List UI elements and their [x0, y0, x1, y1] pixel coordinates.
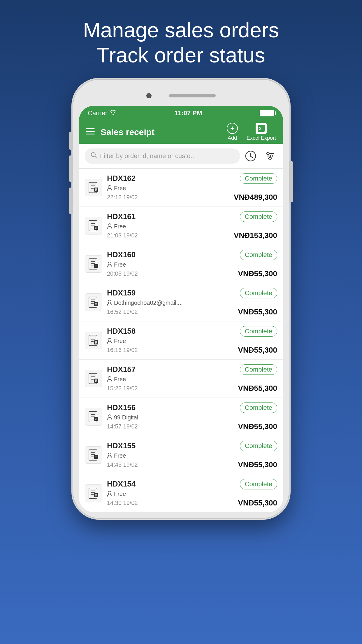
svg-text:X: X — [259, 126, 262, 131]
status-badge: Complete — [240, 288, 277, 298]
svg-point-15 — [269, 158, 271, 160]
order-customer: Free — [107, 185, 277, 192]
svg-point-60 — [108, 338, 111, 341]
order-time: 21:03 19/02 — [107, 232, 138, 239]
excel-export-button[interactable]: X Excel Export — [247, 123, 276, 141]
order-id: HDX161 — [107, 212, 136, 221]
order-customer: Free — [107, 491, 277, 497]
search-filter-icons — [243, 149, 277, 163]
customer-icon — [107, 223, 112, 229]
order-item[interactable]: HDX162 Complete Free 22:12 19/02 VNĐ489,… — [79, 169, 283, 207]
order-info: HDX162 Complete Free 22:12 19/02 VNĐ489,… — [107, 173, 277, 202]
order-customer: Free — [107, 261, 277, 268]
filter-icon[interactable] — [263, 149, 277, 163]
order-doc-icon — [85, 370, 102, 387]
order-item[interactable]: HDX158 Complete Free 16:16 19/02 VNĐ55,3… — [79, 321, 283, 360]
header-actions: + Add X Excel Export — [227, 123, 276, 141]
order-customer: Free — [107, 452, 277, 459]
order-id: HDX158 — [107, 327, 136, 336]
customer-icon — [107, 491, 112, 497]
order-time: 14:30 19/02 — [107, 500, 138, 506]
order-id-row: HDX155 Complete — [107, 441, 277, 451]
order-id: HDX154 — [107, 480, 136, 489]
front-camera — [146, 93, 152, 98]
order-time: 20:05 19/02 — [107, 270, 138, 277]
order-info: HDX157 Complete Free 15:22 19/02 VNĐ55,3… — [107, 364, 277, 393]
order-meta-row: 22:12 19/02 VNĐ489,300 — [107, 193, 277, 202]
order-item[interactable]: HDX155 Complete Free 14:43 19/02 VNĐ55,3… — [79, 436, 283, 474]
order-doc-icon — [85, 484, 102, 502]
customer-icon — [107, 338, 112, 344]
status-badge: Complete — [240, 211, 277, 222]
order-customer: Free — [107, 376, 277, 383]
status-badge: Complete — [240, 250, 277, 260]
order-id: HDX155 — [107, 441, 136, 450]
order-doc-icon — [85, 293, 102, 311]
search-bar: Filter by order id, name or custo... — [79, 144, 283, 169]
hero-line1: Manage sales orders — [83, 18, 279, 42]
order-time: 15:22 19/02 — [107, 385, 138, 392]
order-item[interactable]: HDX154 Complete Free 14:30 19/02 VNĐ55,3… — [79, 474, 283, 512]
order-info: HDX161 Complete Free 21:03 19/02 VNĐ153,… — [107, 211, 277, 240]
order-list: HDX162 Complete Free 22:12 19/02 VNĐ489,… — [79, 169, 283, 512]
order-time: 14:43 19/02 — [107, 461, 138, 468]
order-doc-icon — [85, 179, 102, 196]
customer-icon — [107, 262, 112, 267]
history-icon[interactable] — [243, 149, 258, 163]
svg-point-69 — [108, 377, 111, 379]
excel-icon: X — [256, 123, 267, 134]
order-doc-icon — [85, 446, 102, 464]
svg-line-6 — [95, 156, 97, 158]
customer-icon — [107, 376, 112, 382]
order-meta-row: 20:05 19/02 VNĐ55,300 — [107, 269, 277, 278]
order-item[interactable]: HDX157 Complete Free 15:22 19/02 VNĐ55,3… — [79, 360, 283, 398]
order-customer: 99 Digital — [107, 414, 277, 421]
add-button[interactable]: + Add — [227, 123, 238, 141]
hero-section: Manage sales orders Track order status — [83, 18, 279, 68]
order-item[interactable]: HDX159 Complete Dothingochoa02@gmail....… — [79, 283, 283, 321]
order-doc-icon — [85, 332, 102, 349]
status-badge: Complete — [240, 441, 277, 451]
order-meta-row: 14:30 19/02 VNĐ55,300 — [107, 498, 277, 508]
order-info: HDX158 Complete Free 16:16 19/02 VNĐ55,3… — [107, 326, 277, 355]
status-badge: Complete — [240, 326, 277, 337]
customer-icon — [107, 453, 112, 459]
svg-point-42 — [108, 262, 111, 265]
order-item[interactable]: HDX160 Complete Free 20:05 19/02 VNĐ55,3… — [79, 245, 283, 283]
menu-icon[interactable] — [86, 127, 95, 137]
order-id: HDX162 — [107, 174, 136, 183]
order-id-row: HDX157 Complete — [107, 364, 277, 375]
order-customer: Free — [107, 338, 277, 344]
svg-point-13 — [267, 152, 269, 155]
order-info: HDX159 Complete Dothingochoa02@gmail....… — [107, 288, 277, 316]
export-label: Excel Export — [247, 135, 276, 141]
svg-point-87 — [108, 453, 111, 456]
phone-top — [79, 85, 283, 106]
order-amount: VNĐ55,300 — [238, 346, 277, 355]
svg-point-14 — [270, 155, 273, 157]
order-item[interactable]: HDX161 Complete Free 21:03 19/02 VNĐ153,… — [79, 207, 283, 245]
customer-icon — [107, 300, 112, 306]
order-id-row: HDX156 Complete — [107, 402, 277, 413]
order-time: 16:52 19/02 — [107, 309, 138, 315]
app-title: Sales receipt — [101, 127, 227, 137]
volume-down-button — [69, 188, 73, 214]
earpiece-speaker — [169, 94, 216, 97]
order-item[interactable]: HDX156 Complete 99 Digital 14:57 19/02 V… — [79, 398, 283, 436]
svg-rect-2 — [86, 134, 95, 134]
svg-point-96 — [108, 491, 111, 494]
order-info: HDX154 Complete Free 14:30 19/02 VNĐ55,3… — [107, 479, 277, 508]
order-id-row: HDX158 Complete — [107, 326, 277, 337]
svg-point-51 — [108, 300, 111, 303]
order-id: HDX157 — [107, 365, 136, 374]
status-badge: Complete — [240, 364, 277, 375]
order-doc-icon — [85, 408, 102, 426]
order-doc-icon — [85, 255, 102, 273]
search-input-wrap[interactable]: Filter by order id, name or custo... — [85, 148, 240, 164]
search-icon — [91, 152, 97, 160]
order-info: HDX155 Complete Free 14:43 19/02 VNĐ55,3… — [107, 441, 277, 469]
status-badge: Complete — [240, 402, 277, 413]
carrier-label: Carrier — [88, 109, 107, 117]
app-header: Sales receipt + Add X Excel Export — [79, 120, 283, 144]
order-time: 22:12 19/02 — [107, 194, 138, 201]
